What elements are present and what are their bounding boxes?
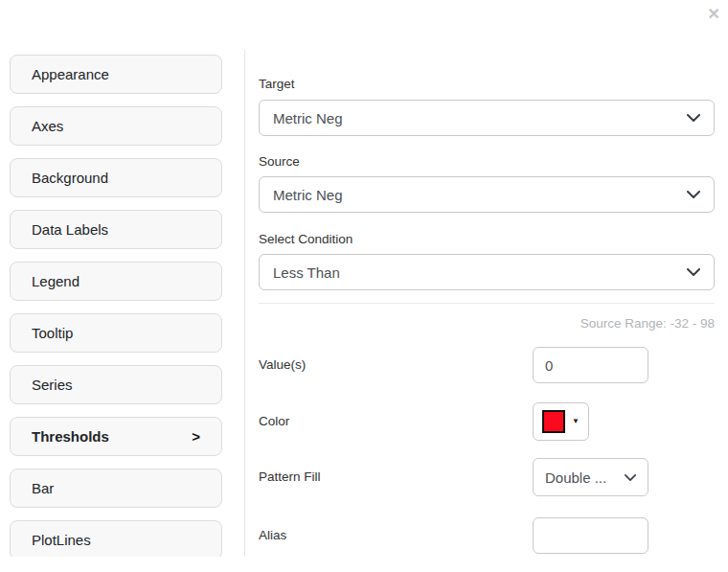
sidebar-item-label: Series — [32, 377, 73, 393]
sidebar-item-legend[interactable]: Legend — [10, 262, 222, 301]
sidebar-item-label: Background — [32, 170, 108, 186]
chevron-down-icon — [687, 114, 700, 122]
pattern-fill-row: Pattern Fill Double ... — [259, 458, 715, 496]
sidebar-item-thresholds[interactable]: Thresholds > — [10, 417, 222, 456]
sidebar: Appearance Axes Background Data Labels L… — [10, 55, 222, 557]
sidebar-item-bar[interactable]: Bar — [10, 469, 222, 508]
caret-down-icon: ▼ — [572, 418, 580, 425]
sidebar-item-label: PlotLines — [32, 532, 91, 548]
sidebar-item-label: Bar — [32, 480, 54, 496]
expand-arrow-icon: > — [192, 428, 200, 445]
sidebar-item-background[interactable]: Background — [10, 158, 222, 197]
pattern-fill-label: Pattern Fill — [259, 469, 533, 485]
alias-label: Alias — [259, 528, 533, 543]
source-range-text: Source Range: -32 - 98 — [259, 316, 715, 332]
section-divider — [259, 303, 715, 304]
sidebar-item-label: Tooltip — [32, 325, 73, 341]
color-swatch — [542, 410, 565, 433]
chevron-down-icon — [625, 474, 636, 481]
sidebar-item-plotlines[interactable]: PlotLines — [10, 520, 222, 557]
color-row: Color ▼ — [259, 402, 715, 441]
sidebar-item-axes[interactable]: Axes — [10, 106, 222, 146]
values-row: Value(s) — [259, 347, 715, 383]
source-label: Source — [259, 154, 715, 170]
thresholds-panel: Target Metric Neg Source Metric Neg Sele… — [259, 77, 715, 554]
condition-select[interactable]: Less Than — [259, 254, 715, 290]
values-label: Value(s) — [259, 357, 533, 373]
sidebar-item-label: Legend — [32, 273, 80, 289]
sidebar-item-tooltip[interactable]: Tooltip — [10, 313, 222, 353]
pattern-fill-value: Double ... — [545, 469, 606, 486]
sidebar-item-label: Data Labels — [32, 221, 108, 238]
color-label: Color — [259, 414, 533, 429]
condition-label: Select Condition — [259, 232, 715, 247]
sidebar-item-data-labels[interactable]: Data Labels — [10, 210, 222, 249]
alias-input[interactable] — [533, 517, 648, 554]
color-picker-button[interactable]: ▼ — [533, 402, 589, 441]
source-select[interactable]: Metric Neg — [259, 176, 715, 213]
target-label: Target — [259, 77, 715, 92]
chevron-down-icon — [687, 191, 700, 198]
sidebar-item-label: Axes — [32, 118, 63, 134]
condition-select-value: Less Than — [273, 264, 340, 281]
dialog-body: Appearance Axes Background Data Labels L… — [0, 0, 728, 557]
sidebar-item-appearance[interactable]: Appearance — [10, 55, 222, 94]
vertical-divider — [244, 50, 245, 557]
sidebar-item-label: Thresholds — [32, 428, 109, 445]
target-select-value: Metric Neg — [273, 110, 343, 126]
chevron-down-icon — [687, 268, 700, 276]
target-select[interactable]: Metric Neg — [259, 100, 715, 136]
pattern-fill-select[interactable]: Double ... — [533, 458, 648, 496]
values-input[interactable] — [533, 347, 648, 383]
sidebar-item-series[interactable]: Series — [10, 365, 222, 404]
sidebar-item-label: Appearance — [32, 66, 109, 82]
source-select-value: Metric Neg — [273, 187, 343, 203]
alias-row: Alias — [259, 517, 715, 554]
